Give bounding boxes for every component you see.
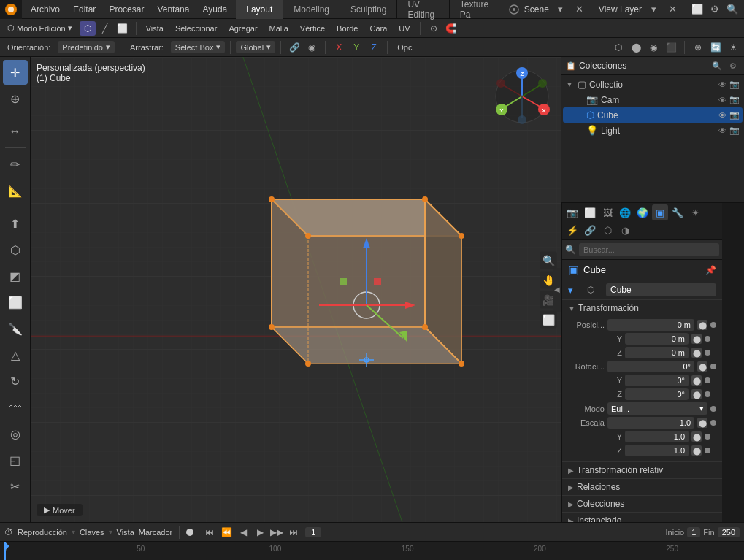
props-search-input[interactable] bbox=[579, 243, 719, 256]
xray-btn[interactable]: ☀ bbox=[725, 40, 741, 55]
axis-gizmo[interactable]: Z X Y bbox=[493, 67, 551, 126]
render-tab[interactable]: 📷 bbox=[564, 204, 580, 220]
tab-texture-paint[interactable]: Texture Pa bbox=[450, 0, 502, 19]
poly-build-btn[interactable]: △ bbox=[3, 342, 28, 367]
relations-header[interactable]: Relaciones bbox=[562, 479, 722, 495]
rotation-x-dot[interactable] bbox=[710, 364, 716, 369]
scene-dropdown[interactable]: ▾ bbox=[553, 2, 568, 17]
mesh-menu[interactable]: Malla bbox=[265, 23, 293, 34]
zoom-icon[interactable]: 🔍 bbox=[540, 251, 557, 269]
reproduction-menu[interactable]: Reproducción bbox=[18, 528, 67, 537]
transform-relative-header[interactable]: Transformación relativ bbox=[562, 462, 722, 478]
outliner-filter-btn[interactable]: ⚙ bbox=[726, 59, 740, 72]
render-icon[interactable]: ⬜ bbox=[690, 2, 705, 17]
scene-add[interactable]: ✕ bbox=[572, 2, 587, 17]
z-axis-btn[interactable]: Z bbox=[366, 40, 382, 55]
smooth-btn[interactable]: 〰 bbox=[3, 395, 28, 420]
y-axis-btn[interactable]: Y bbox=[348, 40, 364, 55]
select-menu[interactable]: Seleccionar bbox=[171, 23, 221, 34]
measure-btn[interactable]: 📐 bbox=[3, 178, 28, 203]
rotation-x-anim[interactable]: ⬤ bbox=[697, 361, 707, 372]
cube-render[interactable]: 📷 bbox=[729, 110, 740, 120]
settings-icon[interactable]: ⚙ bbox=[707, 2, 722, 17]
position-y-dot[interactable] bbox=[705, 336, 710, 342]
tl-dot[interactable] bbox=[186, 529, 193, 536]
cursor-tool-btn[interactable]: ⊕ bbox=[3, 86, 28, 111]
view-layer-tab[interactable]: 🖼 bbox=[599, 204, 615, 220]
snap-btn[interactable]: 🔗 bbox=[286, 40, 302, 55]
x-axis-btn[interactable]: X bbox=[331, 40, 347, 55]
viewport-3d[interactable]: Personalizada (perspectiva) (1) Cube Z X… bbox=[31, 57, 561, 522]
material-btn[interactable]: ◉ bbox=[645, 40, 661, 55]
sidebar-toggle[interactable]: ◀ bbox=[553, 268, 561, 312]
tl-current-frame[interactable]: 1 bbox=[305, 527, 321, 537]
proportional-btn[interactable]: ◉ bbox=[304, 40, 320, 55]
bevel-btn[interactable]: ◩ bbox=[3, 264, 28, 288]
gizmo-btn[interactable]: ⊕ bbox=[690, 40, 706, 55]
uv-menu[interactable]: UV bbox=[394, 23, 414, 34]
object-tab[interactable]: ▣ bbox=[652, 204, 668, 220]
move-tool-btn[interactable]: ✛ bbox=[3, 60, 28, 85]
mesh-name[interactable]: Cube bbox=[606, 283, 716, 296]
outliner-light[interactable]: 💡 Light 👁 📷 bbox=[563, 123, 743, 138]
scale-y-dot[interactable] bbox=[705, 434, 710, 440]
inset-btn[interactable]: ⬡ bbox=[3, 237, 28, 262]
transform-dropdown[interactable]: Global▾ bbox=[236, 41, 275, 53]
position-x-value[interactable]: 0 m bbox=[607, 319, 694, 331]
view-layer-add[interactable]: ✕ bbox=[665, 2, 680, 17]
tab-modeling[interactable]: Modeling bbox=[283, 0, 340, 19]
view-menu[interactable]: Vista bbox=[142, 23, 168, 34]
rotation-z-dot[interactable] bbox=[705, 391, 710, 397]
scale-z-value[interactable]: 1.0 bbox=[625, 445, 689, 456]
outliner-cube[interactable]: ⬡ Cube 👁 📷 bbox=[563, 107, 743, 123]
tab-uv-editing[interactable]: UV Editing bbox=[397, 0, 449, 19]
light-eye[interactable]: 👁 bbox=[718, 126, 726, 135]
wireframe-btn[interactable]: ⬡ bbox=[610, 40, 626, 55]
rotation-x-value[interactable]: 0° bbox=[607, 361, 694, 372]
position-z-value[interactable]: 0 m bbox=[625, 347, 689, 358]
transform-tool-btn[interactable]: ↔ bbox=[3, 119, 28, 144]
overlay-btn[interactable]: 🔄 bbox=[707, 40, 724, 55]
tab-sculpting[interactable]: Sculpting bbox=[340, 0, 397, 19]
tl-fwd-btn[interactable]: ▶▶ bbox=[269, 525, 284, 540]
tl-back-btn[interactable]: ◀ bbox=[236, 525, 250, 540]
mode-dot[interactable] bbox=[710, 406, 716, 412]
cam-eye[interactable]: 👁 bbox=[718, 96, 726, 104]
rendered-btn[interactable]: ⬛ bbox=[663, 40, 679, 55]
tl-end-btn[interactable]: ⏭ bbox=[286, 525, 301, 540]
render-icon[interactable]: 📷 bbox=[729, 80, 740, 89]
output-tab[interactable]: ⬜ bbox=[582, 204, 598, 220]
scale-y-value[interactable]: 1.0 bbox=[625, 431, 689, 442]
scale-x-value[interactable]: 1.0 bbox=[607, 417, 694, 429]
spin-btn[interactable]: ↻ bbox=[3, 369, 28, 394]
scale-z-anim[interactable]: ⬤ bbox=[691, 445, 702, 456]
tl-start-btn[interactable]: ⏮ bbox=[202, 525, 217, 540]
solid-btn[interactable]: ⬤ bbox=[628, 40, 644, 55]
position-x-anim[interactable]: ⬤ bbox=[697, 320, 707, 330]
pin-btn[interactable]: 📌 bbox=[705, 265, 716, 275]
scale-x-dot[interactable] bbox=[710, 420, 716, 426]
modifier-tab[interactable]: 🔧 bbox=[670, 204, 686, 220]
rotation-z-value[interactable]: 0° bbox=[625, 388, 689, 400]
scene-tab[interactable]: 🌐 bbox=[617, 204, 633, 220]
blender-logo[interactable] bbox=[0, 0, 22, 19]
particles-tab[interactable]: ✴ bbox=[687, 204, 703, 220]
mode-value[interactable]: Eul... ▾ bbox=[607, 402, 707, 415]
collections-header[interactable]: Colecciones bbox=[562, 496, 722, 512]
world-tab[interactable]: 🌍 bbox=[634, 204, 651, 220]
scale-z-dot[interactable] bbox=[705, 448, 710, 453]
edge-menu[interactable]: Borde bbox=[332, 23, 362, 34]
tl-prev-btn[interactable]: ⏪ bbox=[219, 525, 234, 540]
marcador-menu[interactable]: Marcador bbox=[139, 528, 172, 537]
light-render[interactable]: 📷 bbox=[729, 126, 740, 135]
drag-dropdown[interactable]: Select Box▾ bbox=[171, 41, 226, 53]
position-z-dot[interactable] bbox=[705, 350, 710, 356]
loop-cut-btn[interactable]: ⬜ bbox=[3, 290, 28, 315]
menu-editar[interactable]: Editar bbox=[67, 3, 101, 16]
shrink-btn[interactable]: ◎ bbox=[3, 421, 28, 446]
position-z-anim[interactable]: ⬤ bbox=[691, 348, 702, 358]
shear-btn[interactable]: ◱ bbox=[3, 448, 28, 472]
rotation-y-anim[interactable]: ⬤ bbox=[691, 375, 702, 386]
tl-start-frame[interactable]: 1 bbox=[687, 527, 700, 537]
face-menu[interactable]: Cara bbox=[365, 23, 391, 34]
